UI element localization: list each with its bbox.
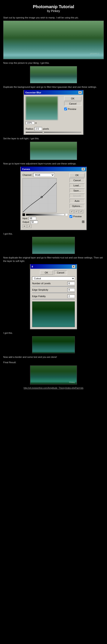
gradient-bar (26, 214, 64, 216)
cutout-cancel[interactable]: Cancel (54, 270, 67, 275)
curves-preview-checkbox[interactable] (70, 215, 72, 218)
cutout-titlebar: 8 ✕ (30, 264, 77, 269)
cutout-content: OK Cancel Cutout Number of Levels Edge S… (30, 269, 77, 329)
pointer-icon[interactable]: ↗ (27, 224, 31, 228)
step2-text: Now crop the picture to your liking. I g… (3, 62, 104, 64)
curves-graph[interactable] (22, 178, 57, 212)
output-row: Output: (22, 220, 68, 224)
radius-label: Radius: (26, 128, 34, 130)
step10-section: Final Result: Pinkey (3, 361, 104, 385)
curves-smooth[interactable]: Smooth (70, 194, 85, 198)
input-field[interactable] (29, 217, 36, 220)
pixels-label: pixels (43, 128, 49, 130)
gray-eyedropper-icon[interactable]: 🖊 (74, 210, 79, 214)
final-watermark: Pinkey (69, 381, 75, 384)
gaussian-blur-ok[interactable]: OK (64, 96, 81, 101)
page-title-main: Photomanip Tutorial (3, 4, 104, 9)
radius-row: Radius: pixels (24, 127, 83, 132)
curves-cancel[interactable]: Cancel (70, 178, 85, 182)
title-section: Photomanip Tutorial by Pinkey (3, 2, 104, 14)
step1-text: Start out by opening the image you wish … (3, 16, 104, 19)
percent-box[interactable]: 100% (26, 121, 34, 124)
step1-section: Start out by opening the image you wish … (3, 16, 104, 59)
step10-text: Final Result: (3, 361, 104, 364)
step4-text: Set the layer to soft light. I got this. (3, 137, 104, 140)
edge-simplicity-label: Edge Simplicity (32, 288, 48, 291)
channel-select[interactable]: RGB (33, 173, 55, 177)
cutout-title: 8 (32, 265, 33, 268)
curves-left-panel: Channel: RGB (22, 173, 68, 228)
radius-slider[interactable] (26, 132, 81, 133)
cutout-ok[interactable]: OK (40, 270, 53, 275)
step2-image (30, 66, 77, 83)
curves-preview-label: Preview (73, 215, 82, 218)
curves-load[interactable]: Load... (70, 183, 85, 188)
channel-row: Channel: RGB (22, 173, 68, 177)
radius-slider-thumb[interactable] (42, 132, 44, 133)
step4-image (30, 142, 77, 160)
step6-text: I got this. (3, 232, 104, 236)
step8-image-container (3, 336, 104, 353)
cutout-select-row: Cutout (32, 276, 75, 280)
edge-simplicity-input[interactable] (67, 288, 75, 292)
edge-simplicity-row: Edge Simplicity (32, 288, 75, 292)
gaussian-blur-close[interactable]: ✕ (78, 91, 82, 94)
curves-options[interactable]: Options... (70, 204, 85, 208)
curves-right-panel: OK Cancel Load... Save... Smooth Auto Op… (70, 173, 85, 228)
gaussian-blur-dialog: Gaussian Blur ✕ 100% ⊡ OK Cancel Previ (23, 90, 84, 135)
step5-section: Now go to layer>new adjustment layer>cur… (3, 162, 104, 230)
white-eyedropper-icon[interactable]: 🖊 (79, 210, 83, 214)
step9-section: Now add a border and some text and you a… (3, 356, 104, 359)
curves-save[interactable]: Save... (70, 188, 85, 193)
tutorial-link[interactable]: http://s4.invisionfree.com/Amplitude_The… (3, 387, 104, 389)
link-section: http://s4.invisionfree.com/Amplitude_The… (3, 387, 104, 389)
gaussian-blur-preview-row: Preview (64, 108, 81, 110)
input-row: Input: (22, 217, 68, 220)
step6-image (32, 237, 75, 254)
light-swatch (65, 214, 68, 216)
curves-auto[interactable]: Auto (70, 199, 85, 203)
edge-fidelity-input[interactable] (67, 294, 75, 298)
output-field[interactable] (30, 220, 38, 224)
curves-title: Curves (22, 168, 30, 170)
step3-text: Duplicate the background layer and go to… (3, 86, 104, 89)
step2-section: Now crop the picture to your liking. I g… (3, 62, 104, 83)
step5-text: Now go to layer>new adjustment layer>cur… (3, 162, 104, 165)
number-of-levels-row: Number of Levels (32, 282, 75, 285)
step1-image-container: pictures.o (3, 20, 104, 59)
curves-titlebar: Curves ✕ (21, 167, 86, 171)
eyedropper-tools: 🖊 🖊 🖊 (70, 210, 85, 214)
number-of-levels-slider[interactable] (32, 286, 75, 287)
edge-fidelity-slider[interactable] (32, 299, 75, 300)
cutout-dialog: 8 ✕ OK Cancel Cutout Number of Levels (30, 264, 77, 329)
gaussian-blur-title: Gaussian Blur (25, 91, 41, 94)
step9-text: Now add a border and some text and you a… (3, 356, 104, 359)
step4-section: Set the layer to soft light. I got this. (3, 137, 104, 160)
curves-close[interactable]: ✕ (82, 168, 85, 171)
pencil-icon[interactable]: ✏ (22, 224, 27, 228)
curves-content: Channel: RGB (21, 171, 86, 230)
edge-simplicity-slider[interactable] (32, 292, 75, 293)
gaussian-blur-preview-checkbox[interactable] (64, 108, 67, 110)
step7-section: Now duplicate the original layer and go … (3, 256, 104, 329)
output-label: Output: (22, 221, 29, 223)
radius-input[interactable] (34, 127, 42, 130)
curves-ok[interactable]: OK (70, 173, 85, 177)
step6-image-container (3, 237, 104, 254)
cutout-close[interactable]: ✕ (72, 265, 75, 268)
step6-section: I got this. (3, 232, 104, 254)
number-of-levels-label: Number of Levels (32, 282, 50, 285)
curves-extra-icon: ⊞ (70, 220, 85, 224)
gaussian-blur-preview-label: Preview (68, 108, 76, 110)
watermark-overlay: pictures.o (90, 52, 99, 55)
gaussian-blur-cancel[interactable]: Cancel (64, 102, 81, 106)
step7-text: Now duplicate the original layer and go … (3, 256, 104, 263)
black-eyedropper-icon[interactable]: 🖊 (70, 210, 74, 214)
gaussian-blur-preview (26, 96, 58, 120)
cutout-preview (32, 302, 75, 327)
percent-icon[interactable]: ⊡ (35, 122, 37, 124)
gaussian-blur-controls: OK Cancel Preview (64, 96, 81, 124)
final-image-container: Pinkey (3, 365, 104, 385)
number-of-levels-input[interactable] (67, 282, 75, 285)
cutout-filter-select[interactable]: Cutout (32, 276, 75, 280)
